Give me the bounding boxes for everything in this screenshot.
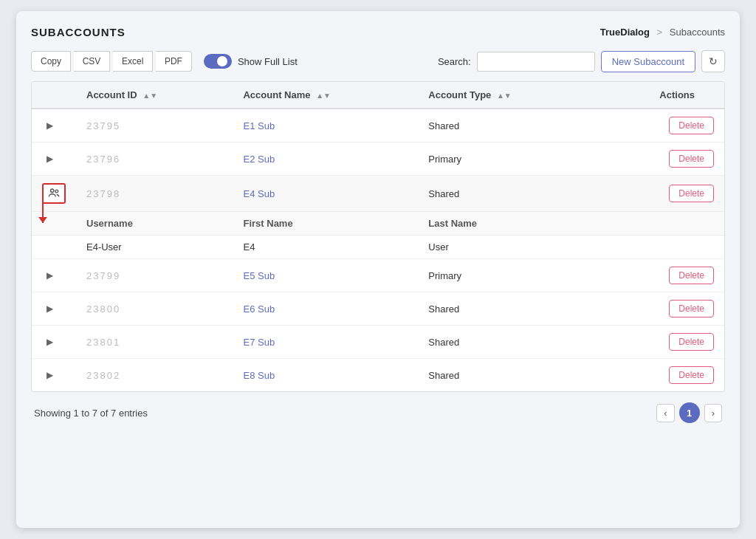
account-id-cell: 23798 — [76, 176, 233, 212]
breadcrumb-current: Subaccounts — [670, 27, 725, 38]
delete-button[interactable]: Delete — [669, 150, 714, 168]
col-actions: Actions — [596, 82, 724, 109]
delete-button[interactable]: Delete — [669, 185, 714, 202]
expand-arrow — [42, 196, 44, 223]
actions-cell: Delete — [596, 259, 724, 292]
actions-cell: Delete — [596, 143, 724, 176]
account-name-cell: E6 Sub — [233, 292, 418, 326]
account-name-link[interactable]: E5 Sub — [243, 270, 275, 281]
account-name-cell: E5 Sub — [233, 259, 418, 292]
actions-cell: Delete — [596, 109, 724, 143]
breadcrumb-separator: > — [657, 27, 663, 38]
sort-account-type-icon: ▲▼ — [497, 92, 512, 100]
prev-icon: ‹ — [664, 408, 667, 419]
current-page-number[interactable]: 1 — [679, 402, 700, 423]
toolbar-right: Search: New Subaccount ↻ — [438, 50, 725, 72]
showing-text: Showing 1 to 7 of 7 entries — [34, 408, 148, 419]
delete-button[interactable]: Delete — [669, 300, 714, 317]
expand-cell: ▶ — [32, 292, 76, 326]
expand-cell: ▶ — [32, 143, 76, 176]
account-name-link[interactable]: E6 Sub — [243, 303, 275, 315]
expand-button[interactable]: ▶ — [42, 368, 58, 382]
account-id-cell: 23800 — [76, 292, 233, 326]
col-account-id: Account ID ▲▼ — [76, 82, 233, 109]
expand-button[interactable]: ▶ — [42, 119, 58, 132]
show-full-list-toggle-wrap: Show Full List — [204, 54, 298, 69]
account-name-link[interactable]: E4 Sub — [243, 188, 275, 199]
page-title: SUBACCOUNTS — [31, 26, 126, 38]
account-name-cell: E2 Sub — [233, 143, 418, 176]
breadcrumb-brand: TrueDialog — [600, 27, 650, 38]
pdf-button[interactable]: PDF — [156, 51, 192, 72]
expand-cell: ▶ — [32, 109, 76, 143]
delete-button[interactable]: Delete — [669, 117, 714, 134]
table-header-row: Account ID ▲▼ Account Name ▲▼ Account Ty… — [32, 82, 724, 109]
table-row: ▶ 23799 E5 Sub Primary Delete — [32, 259, 724, 292]
show-full-list-toggle[interactable] — [204, 54, 232, 69]
toolbar-left: Copy CSV Excel PDF Show Full List — [31, 51, 298, 72]
users-icon — [47, 187, 61, 200]
delete-button[interactable]: Delete — [669, 366, 714, 384]
expanded-users-icon-box — [42, 183, 66, 204]
account-id-cell: 23802 — [76, 359, 233, 392]
delete-button[interactable]: Delete — [669, 333, 714, 351]
new-subaccount-button[interactable]: New Subaccount — [601, 51, 695, 72]
copy-button[interactable]: Copy — [31, 51, 71, 72]
table-row: ▶ 23796 E2 Sub Primary Delete — [32, 143, 724, 176]
export-btn-group: Copy CSV Excel PDF — [31, 51, 192, 72]
top-bar: SUBACCOUNTS TrueDialog > Subaccounts — [31, 26, 725, 38]
account-name-link[interactable]: E2 Sub — [243, 154, 275, 165]
excel-button[interactable]: Excel — [113, 51, 153, 72]
expand-cell: ▶ — [32, 359, 76, 392]
actions-cell: Delete — [596, 176, 724, 212]
account-type-cell: Primary — [418, 259, 596, 292]
expand-button[interactable]: ▶ — [42, 152, 58, 165]
sort-account-id-icon: ▲▼ — [142, 92, 157, 100]
account-type-cell: Shared — [418, 359, 596, 392]
account-name-cell: E4 Sub — [233, 176, 418, 212]
sub-col-username: Username — [76, 212, 233, 236]
next-page-button[interactable]: › — [704, 404, 722, 422]
expand-button[interactable]: ▶ — [42, 269, 58, 282]
account-name-link[interactable]: E1 Sub — [243, 120, 275, 131]
sub-username: E4-User — [76, 236, 233, 259]
sub-col-firstname: First Name — [233, 212, 418, 236]
actions-cell: Delete — [596, 326, 724, 359]
expand-button[interactable]: ▶ — [42, 335, 58, 349]
next-icon: › — [712, 408, 715, 419]
svg-point-0 — [51, 189, 55, 193]
col-account-name: Account Name ▲▼ — [233, 82, 418, 109]
csv-button[interactable]: CSV — [74, 51, 111, 72]
sub-lastname: User — [418, 236, 724, 259]
account-type-cell: Primary — [418, 143, 596, 176]
table-row: ▶ 23800 E6 Sub Shared Delete — [32, 292, 724, 326]
col-account-type: Account Type ▲▼ — [418, 82, 596, 109]
account-name-link[interactable]: E7 Sub — [243, 337, 275, 348]
expanded-data-row: E4-User E4 User — [32, 236, 724, 259]
prev-page-button[interactable]: ‹ — [656, 404, 674, 422]
svg-point-1 — [55, 190, 58, 193]
expanded-header-row: Username First Name Last Name — [32, 212, 724, 236]
refresh-button[interactable]: ↻ — [701, 50, 725, 72]
account-name-link[interactable]: E8 Sub — [243, 370, 275, 381]
expand-button[interactable]: ▶ — [42, 302, 58, 315]
account-name-cell: E8 Sub — [233, 359, 418, 392]
table-row: 23798 E4 Sub Shared Delete — [32, 176, 724, 212]
table-row: ▶ 23802 E8 Sub Shared Delete — [32, 359, 724, 392]
account-type-cell: Shared — [418, 109, 596, 143]
account-type-cell: Shared — [418, 326, 596, 359]
col-expand — [32, 82, 76, 109]
show-full-list-label: Show Full List — [238, 56, 298, 67]
pagination-wrap: Showing 1 to 7 of 7 entries ‹ 1 › — [31, 392, 725, 426]
sort-account-name-icon: ▲▼ — [316, 92, 331, 100]
main-container: SUBACCOUNTS TrueDialog > Subaccounts Cop… — [16, 11, 740, 528]
sub-firstname: E4 — [233, 236, 418, 259]
delete-button[interactable]: Delete — [669, 267, 714, 284]
expand-cell: ▶ — [32, 326, 76, 359]
search-input[interactable] — [477, 52, 595, 72]
sub-col-lastname: Last Name — [418, 212, 724, 236]
subaccounts-table-wrap: Account ID ▲▼ Account Name ▲▼ Account Ty… — [31, 81, 725, 392]
search-label: Search: — [438, 56, 471, 67]
account-id-cell: 23796 — [76, 143, 233, 176]
expand-cell-expanded — [32, 176, 76, 212]
